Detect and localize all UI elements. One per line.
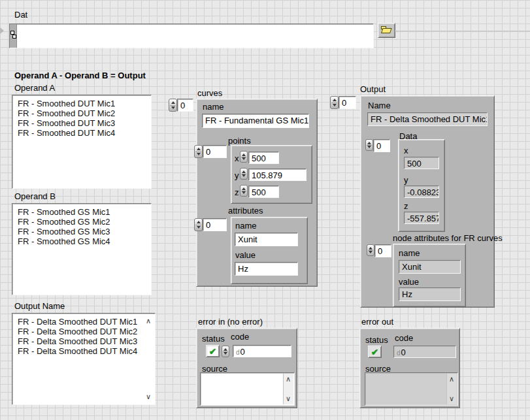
curve-name-label: name: [203, 103, 224, 112]
error-in-code-label: code: [231, 332, 249, 342]
curves-cluster: name FR - Fundamental GS Mic1 points 0 x…: [196, 99, 318, 287]
list-item[interactable]: FR - Smoothed GS Mic2: [18, 217, 151, 227]
list-item[interactable]: FR - Smoothed GS Mic4: [18, 236, 151, 246]
z-spinner[interactable]: [240, 185, 248, 197]
path-type-strip: [10, 24, 17, 48]
error-out-source-indicator: ∧ ∨: [365, 372, 458, 406]
output-name-indicator: FR - Delta Smoothed DUT Mic1: [367, 112, 488, 126]
open-folder-icon: [381, 26, 391, 33]
list-item[interactable]: FR - Smoothed GS Mic1: [18, 207, 151, 217]
list-item[interactable]: FR - Delta Smoothed DUT Mic4: [18, 346, 155, 356]
points-index-spinner[interactable]: [194, 145, 203, 158]
output-name-field-label: Name: [368, 101, 391, 110]
radix-indicator: d: [236, 349, 240, 356]
z-label: z: [404, 202, 408, 211]
y-label: y: [235, 171, 239, 180]
error-out-code-indicator: d0: [393, 346, 456, 358]
scrollbar[interactable]: ∧ ∨: [446, 374, 457, 404]
operand-b-listbox[interactable]: FR - Smoothed GS Mic1 FR - Smoothed GS M…: [12, 203, 152, 295]
output-index-value[interactable]: 0: [339, 96, 356, 109]
list-item[interactable]: FR - Smoothed GS Mic3: [18, 227, 151, 236]
attributes-index-spinner[interactable]: [194, 218, 203, 231]
error-out-code-label: code: [395, 334, 413, 343]
error-out-status-label: status: [365, 336, 388, 345]
points-frame: x 500 y 105.879 z 500: [231, 145, 312, 204]
attr-name-input[interactable]: Xunit: [235, 233, 298, 246]
attr-value-input[interactable]: Hz: [235, 262, 298, 276]
error-in-label: error in (no error): [198, 317, 263, 327]
node-attributes-label: node attributes for FR curves: [393, 234, 503, 243]
node-attributes-index-spinner[interactable]: [367, 244, 374, 256]
grid-accent-line: [395, 31, 530, 31]
x-label: x: [404, 146, 408, 155]
curves-index-spinner[interactable]: [169, 99, 177, 112]
error-out-code-value: 0: [401, 347, 406, 357]
operand-a-label: Operand A: [14, 84, 55, 93]
na-value-label: value: [399, 278, 419, 287]
z-input[interactable]: 500: [248, 186, 279, 198]
x-input[interactable]: 500: [248, 152, 279, 164]
attributes-label: attributes: [228, 206, 263, 216]
status-check-icon: ✔: [368, 346, 382, 358]
data-frame: x 500 y -0.08823 z -557.857: [398, 139, 445, 232]
points-label: points: [228, 137, 251, 146]
y-label: y: [404, 176, 408, 185]
points-index-value[interactable]: 0: [203, 145, 227, 158]
na-value-indicator: Hz: [399, 287, 461, 301]
x-label: x: [235, 154, 239, 163]
error-in-status-label: status: [202, 334, 225, 344]
na-name-indicator: Xunit: [399, 260, 461, 274]
list-item[interactable]: FR - Delta Smoothed DUT Mic1: [18, 317, 155, 327]
status-check-icon[interactable]: ✔: [206, 345, 220, 357]
attr-name-label: name: [235, 221, 257, 231]
scrollbar[interactable]: ∧ ∨: [283, 374, 293, 404]
error-in-cluster: status ✔ code d0 source ∧ ∨: [196, 328, 297, 408]
attributes-index-value[interactable]: 0: [203, 218, 227, 231]
operand-b-label: Operand B: [14, 192, 56, 201]
x-spinner[interactable]: [240, 151, 248, 163]
browse-button[interactable]: [378, 23, 395, 38]
data-index-spinner[interactable]: [365, 139, 373, 151]
scroll-up-icon[interactable]: ∧: [449, 376, 454, 383]
list-item[interactable]: FR - Delta Smoothed DUT Mic3: [18, 336, 155, 346]
error-in-code-value: 0: [240, 347, 245, 357]
output-index-spinner[interactable]: [330, 96, 339, 109]
output-name-label: Output Name: [14, 302, 65, 311]
error-in-code-input[interactable]: d0: [233, 345, 291, 357]
z-label: z: [235, 188, 239, 197]
na-name-label: name: [399, 249, 420, 258]
scroll-down-icon[interactable]: ∨: [449, 395, 454, 402]
curves-index-value[interactable]: 0: [177, 99, 193, 112]
scroll-up-icon[interactable]: ∧: [146, 317, 151, 325]
data-index-value[interactable]: 0: [373, 139, 390, 152]
curves-label: curves: [197, 89, 222, 98]
output-label: Output: [360, 85, 386, 94]
path-input[interactable]: [9, 24, 374, 48]
y-spinner[interactable]: [240, 168, 248, 180]
scroll-down-icon[interactable]: ∨: [146, 393, 151, 400]
scroll-up-icon[interactable]: ∧: [286, 376, 291, 383]
output-name-listbox[interactable]: FR - Delta Smoothed DUT Mic1 FR - Delta …: [12, 313, 156, 405]
path-type-icon: [10, 31, 16, 39]
list-item[interactable]: FR - Smoothed DUT Mic4: [18, 128, 151, 138]
radix-indicator: d: [397, 349, 401, 357]
attr-value-label: value: [235, 251, 256, 260]
list-item[interactable]: FR - Smoothed DUT Mic2: [18, 108, 151, 118]
path-control-label: Dat: [14, 10, 27, 20]
list-item[interactable]: FR - Smoothed DUT Mic1: [18, 99, 151, 108]
attributes-frame: name Xunit value Hz: [231, 217, 308, 284]
error-out-label: error out: [361, 317, 393, 327]
error-in-source-textarea[interactable]: ∧ ∨: [200, 372, 295, 406]
list-item[interactable]: FR - Delta Smoothed DUT Mic2: [18, 327, 155, 336]
section-title: Operand A - Operand B = Output: [14, 71, 146, 80]
node-attributes-index-value[interactable]: 0: [374, 244, 391, 257]
operand-a-listbox[interactable]: FR - Smoothed DUT Mic1 FR - Smoothed DUT…: [12, 95, 152, 189]
output-cluster: Name FR - Delta Smoothed DUT Mic1 Data 0…: [360, 95, 495, 308]
curve-name-input[interactable]: FR - Fundamental GS Mic1: [202, 114, 309, 128]
z-indicator: -557.857: [404, 212, 439, 224]
panel-edge-arrow-icon: [0, 27, 4, 34]
y-input[interactable]: 105.879: [248, 169, 306, 181]
list-item[interactable]: FR - Smoothed DUT Mic3: [18, 118, 151, 128]
scroll-down-icon[interactable]: ∨: [286, 395, 291, 402]
error-in-code-spinner[interactable]: [222, 346, 229, 357]
